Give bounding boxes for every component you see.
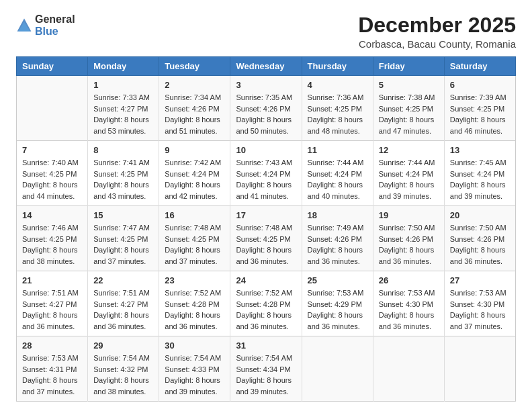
calendar-body: 1 Sunrise: 7:33 AMSunset: 4:27 PMDayligh…: [17, 76, 516, 402]
day-number: 31: [236, 340, 296, 351]
cell-content: Sunrise: 7:33 AMSunset: 4:27 PMDaylight:…: [93, 92, 153, 136]
calendar-cell-w1-d0: 7 Sunrise: 7:40 AMSunset: 4:25 PMDayligh…: [17, 141, 88, 206]
day-number: 10: [236, 145, 296, 155]
day-number: 28: [22, 340, 82, 351]
calendar-cell-w4-d1: 29 Sunrise: 7:54 AMSunset: 4:32 PMDaylig…: [88, 336, 159, 402]
header-tuesday: Tuesday: [159, 57, 230, 76]
day-number: 2: [165, 80, 224, 90]
calendar-cell-w1-d3: 10 Sunrise: 7:43 AMSunset: 4:24 PMDaylig…: [230, 141, 302, 206]
cell-content: Sunrise: 7:53 AMSunset: 4:31 PMDaylight:…: [22, 353, 82, 397]
day-number: 19: [379, 210, 439, 220]
day-number: 11: [308, 145, 367, 155]
cell-content: Sunrise: 7:43 AMSunset: 4:24 PMDaylight:…: [236, 157, 296, 201]
logo-icon: [16, 17, 32, 34]
calendar-cell-w2-d5: 19 Sunrise: 7:50 AMSunset: 4:26 PMDaylig…: [373, 206, 444, 271]
calendar-cell-w0-d0: [17, 76, 88, 141]
day-number: 16: [165, 210, 224, 220]
header-friday: Friday: [373, 57, 444, 76]
calendar-cell-w2-d2: 16 Sunrise: 7:48 AMSunset: 4:25 PMDaylig…: [159, 206, 230, 271]
header-sunday: Sunday: [17, 57, 88, 76]
header-row: Sunday Monday Tuesday Wednesday Thursday…: [17, 57, 516, 76]
cell-content: Sunrise: 7:50 AMSunset: 4:26 PMDaylight:…: [450, 222, 510, 267]
calendar-cell-w3-d3: 24 Sunrise: 7:52 AMSunset: 4:28 PMDaylig…: [230, 271, 302, 336]
header-wednesday: Wednesday: [230, 57, 302, 76]
calendar-cell-w1-d6: 13 Sunrise: 7:45 AMSunset: 4:24 PMDaylig…: [444, 141, 515, 206]
calendar-cell-w4-d2: 30 Sunrise: 7:54 AMSunset: 4:33 PMDaylig…: [159, 336, 230, 402]
calendar-cell-w2-d3: 17 Sunrise: 7:48 AMSunset: 4:25 PMDaylig…: [230, 206, 302, 271]
calendar-cell-w2-d1: 15 Sunrise: 7:47 AMSunset: 4:25 PMDaylig…: [88, 206, 159, 271]
cell-content: Sunrise: 7:41 AMSunset: 4:25 PMDaylight:…: [93, 157, 153, 201]
day-number: 3: [236, 80, 296, 90]
main-title: December 2025: [358, 13, 516, 37]
cell-content: Sunrise: 7:53 AMSunset: 4:30 PMDaylight:…: [450, 287, 510, 332]
calendar-cell-w0-d1: 1 Sunrise: 7:33 AMSunset: 4:27 PMDayligh…: [88, 76, 159, 141]
calendar-cell-w1-d2: 9 Sunrise: 7:42 AMSunset: 4:24 PMDayligh…: [159, 141, 230, 206]
cell-content: Sunrise: 7:49 AMSunset: 4:26 PMDaylight:…: [308, 222, 367, 267]
logo-text-general: General: [35, 13, 75, 26]
cell-content: Sunrise: 7:53 AMSunset: 4:29 PMDaylight:…: [308, 287, 367, 332]
cell-content: Sunrise: 7:44 AMSunset: 4:24 PMDaylight:…: [308, 157, 367, 201]
title-area: December 2025 Corbasca, Bacau County, Ro…: [358, 13, 516, 50]
calendar-cell-w3-d5: 26 Sunrise: 7:53 AMSunset: 4:30 PMDaylig…: [373, 271, 444, 336]
day-number: 4: [308, 80, 367, 90]
calendar-cell-w2-d4: 18 Sunrise: 7:49 AMSunset: 4:26 PMDaylig…: [302, 206, 373, 271]
calendar-cell-w4-d6: [444, 336, 515, 402]
day-number: 5: [379, 80, 439, 90]
calendar-cell-w3-d4: 25 Sunrise: 7:53 AMSunset: 4:29 PMDaylig…: [302, 271, 373, 336]
calendar-cell-w0-d2: 2 Sunrise: 7:34 AMSunset: 4:26 PMDayligh…: [159, 76, 230, 141]
day-number: 6: [450, 80, 510, 90]
day-number: 22: [93, 275, 153, 285]
calendar-cell-w4-d5: [373, 336, 444, 402]
header-monday: Monday: [88, 57, 159, 76]
day-number: 12: [379, 145, 439, 155]
day-number: 9: [165, 145, 224, 155]
calendar-table: Sunday Monday Tuesday Wednesday Thursday…: [16, 56, 516, 402]
logo-text-blue: Blue: [35, 26, 75, 38]
header-area: General Blue December 2025 Corbasca, Bac…: [16, 13, 516, 50]
cell-content: Sunrise: 7:54 AMSunset: 4:34 PMDaylight:…: [236, 353, 296, 397]
day-number: 7: [22, 145, 82, 155]
day-number: 26: [379, 275, 439, 285]
calendar-week-2: 14 Sunrise: 7:46 AMSunset: 4:25 PMDaylig…: [17, 206, 516, 271]
cell-content: Sunrise: 7:50 AMSunset: 4:26 PMDaylight:…: [379, 222, 439, 267]
calendar-header: Sunday Monday Tuesday Wednesday Thursday…: [17, 57, 516, 76]
day-number: 30: [165, 340, 224, 351]
calendar-cell-w3-d6: 27 Sunrise: 7:53 AMSunset: 4:30 PMDaylig…: [444, 271, 515, 336]
cell-content: Sunrise: 7:38 AMSunset: 4:25 PMDaylight:…: [379, 92, 439, 136]
calendar-cell-w4-d4: [302, 336, 373, 402]
calendar-cell-w4-d0: 28 Sunrise: 7:53 AMSunset: 4:31 PMDaylig…: [17, 336, 88, 402]
header-thursday: Thursday: [302, 57, 373, 76]
cell-content: Sunrise: 7:52 AMSunset: 4:28 PMDaylight:…: [165, 287, 224, 332]
cell-content: Sunrise: 7:51 AMSunset: 4:27 PMDaylight:…: [22, 287, 82, 332]
cell-content: Sunrise: 7:44 AMSunset: 4:24 PMDaylight:…: [379, 157, 439, 201]
cell-content: Sunrise: 7:36 AMSunset: 4:25 PMDaylight:…: [308, 92, 367, 136]
calendar-week-0: 1 Sunrise: 7:33 AMSunset: 4:27 PMDayligh…: [17, 76, 516, 141]
day-number: 23: [165, 275, 224, 285]
logo-text: General Blue: [35, 13, 75, 37]
cell-content: Sunrise: 7:46 AMSunset: 4:25 PMDaylight:…: [22, 222, 82, 267]
cell-content: Sunrise: 7:34 AMSunset: 4:26 PMDaylight:…: [165, 92, 224, 136]
calendar-cell-w2-d0: 14 Sunrise: 7:46 AMSunset: 4:25 PMDaylig…: [17, 206, 88, 271]
cell-content: Sunrise: 7:52 AMSunset: 4:28 PMDaylight:…: [236, 287, 296, 332]
calendar-week-3: 21 Sunrise: 7:51 AMSunset: 4:27 PMDaylig…: [17, 271, 516, 336]
cell-content: Sunrise: 7:54 AMSunset: 4:33 PMDaylight:…: [165, 353, 224, 397]
day-number: 21: [22, 275, 82, 285]
cell-content: Sunrise: 7:48 AMSunset: 4:25 PMDaylight:…: [236, 222, 296, 267]
calendar-cell-w3-d1: 22 Sunrise: 7:51 AMSunset: 4:27 PMDaylig…: [88, 271, 159, 336]
calendar-cell-w4-d3: 31 Sunrise: 7:54 AMSunset: 4:34 PMDaylig…: [230, 336, 302, 402]
calendar-cell-w0-d4: 4 Sunrise: 7:36 AMSunset: 4:25 PMDayligh…: [302, 76, 373, 141]
cell-content: Sunrise: 7:48 AMSunset: 4:25 PMDaylight:…: [165, 222, 224, 267]
day-number: 18: [308, 210, 367, 220]
cell-content: Sunrise: 7:45 AMSunset: 4:24 PMDaylight:…: [450, 157, 510, 201]
cell-content: Sunrise: 7:35 AMSunset: 4:26 PMDaylight:…: [236, 92, 296, 136]
calendar-cell-w1-d4: 11 Sunrise: 7:44 AMSunset: 4:24 PMDaylig…: [302, 141, 373, 206]
calendar-cell-w0-d5: 5 Sunrise: 7:38 AMSunset: 4:25 PMDayligh…: [373, 76, 444, 141]
calendar-week-4: 28 Sunrise: 7:53 AMSunset: 4:31 PMDaylig…: [17, 336, 516, 402]
cell-content: Sunrise: 7:39 AMSunset: 4:25 PMDaylight:…: [450, 92, 510, 136]
day-number: 24: [236, 275, 296, 285]
day-number: 27: [450, 275, 510, 285]
day-number: 29: [93, 340, 153, 351]
calendar-cell-w0-d6: 6 Sunrise: 7:39 AMSunset: 4:25 PMDayligh…: [444, 76, 515, 141]
day-number: 20: [450, 210, 510, 220]
day-number: 1: [93, 80, 153, 90]
